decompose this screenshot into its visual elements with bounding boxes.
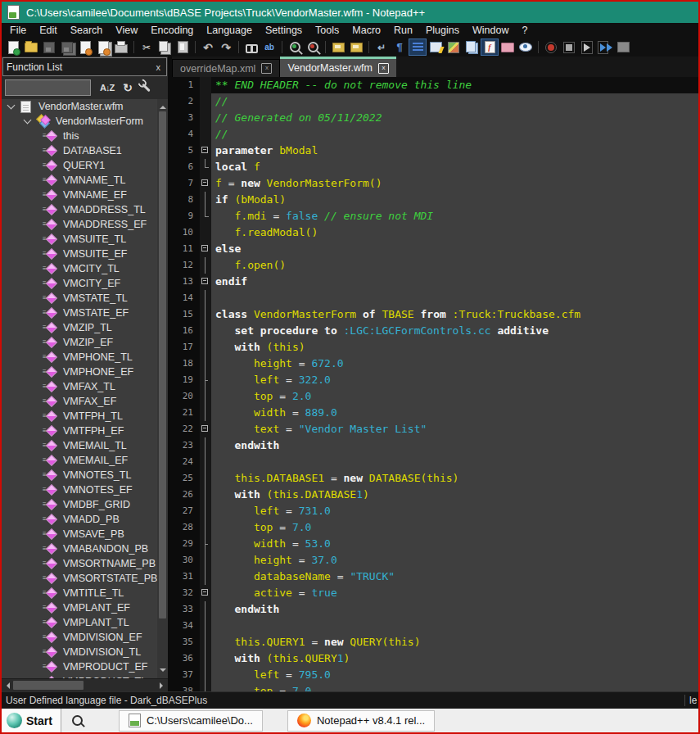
code-text[interactable]: height = 672.0 — [211, 356, 698, 372]
code-text[interactable]: top = 7.0 — [211, 519, 698, 536]
code-text[interactable]: active = true — [211, 585, 698, 601]
tree-item-VMPHONE_EF[interactable]: ≡VMPHONE_EF — [2, 365, 157, 379]
taskbar-item-2[interactable]: Notepad++ v8.4.1 rel... — [287, 710, 435, 732]
replace-icon[interactable]: ab — [261, 39, 278, 55]
scroll-down-icon[interactable] — [160, 668, 166, 675]
code-text[interactable]: this.QUERY1 = new QUERY(this) — [211, 634, 698, 650]
tree-item-VMZIP_TL[interactable]: ≡VMZIP_TL — [2, 320, 157, 335]
copy-icon[interactable] — [156, 39, 173, 55]
code-text[interactable]: endif — [211, 274, 698, 290]
tree-item-VMFAX_EF[interactable]: ≡VMFAX_EF — [2, 394, 157, 409]
code-text[interactable]: // — [211, 93, 698, 110]
tab-close-icon[interactable]: x — [261, 63, 272, 74]
code-text[interactable]: with (this) — [211, 339, 698, 356]
code-text[interactable]: left = 731.0 — [211, 503, 698, 519]
tree-item-VMDIVISION_TL[interactable]: ≡VMDIVISION_TL — [2, 645, 157, 659]
menu-item-view[interactable]: View — [109, 25, 144, 36]
fold-collapse-icon[interactable] — [200, 143, 211, 159]
code-text[interactable] — [211, 290, 698, 306]
code-text[interactable]: f.mdi = false // ensure not MDI — [211, 208, 698, 224]
tab-overrideMap.xml[interactable]: overrideMap.xmlx — [172, 59, 280, 77]
indent-guide-icon[interactable] — [409, 39, 426, 55]
menu-item-language[interactable]: Language — [200, 25, 259, 36]
menu-item-settings[interactable]: Settings — [259, 25, 309, 36]
user-defined-language-icon[interactable] — [427, 39, 444, 55]
stop-macro-icon[interactable] — [561, 39, 577, 55]
menu-item-run[interactable]: Run — [387, 25, 419, 36]
fold-collapse-icon[interactable] — [200, 274, 211, 290]
menu-item-plugins[interactable]: Plugins — [419, 25, 466, 36]
tree-item-VMADD_PB[interactable]: ≡VMADD_PB — [2, 512, 157, 527]
cut-icon[interactable]: ✂ — [138, 39, 155, 55]
horizontal-scroll-thumb[interactable] — [13, 681, 84, 690]
tree-item-VMPLANT_TL[interactable]: ≡VMPLANT_TL — [2, 615, 157, 630]
sync-vertical-icon[interactable] — [330, 39, 346, 55]
menu-item-window[interactable]: Window — [466, 25, 515, 36]
tree-item-VMCITY_EF[interactable]: ≡VMCITY_EF — [2, 276, 157, 291]
code-text[interactable]: class VendorMasterForm of TBASE from :Tr… — [211, 306, 698, 323]
tree-item-VMPHONE_TL[interactable]: ≡VMPHONE_TL — [2, 350, 157, 365]
code-text[interactable]: f.open() — [211, 257, 698, 274]
tree-vertical-scrollbar[interactable] — [157, 99, 168, 678]
tree-item-VMSORTSTATE_PB[interactable]: ≡VMSORTSTATE_PB — [2, 571, 157, 586]
sync-horizontal-icon[interactable] — [348, 39, 364, 55]
code-text[interactable]: local f — [211, 159, 698, 175]
document-map-icon[interactable] — [445, 39, 462, 55]
save-macro-icon[interactable] — [615, 39, 631, 55]
code-text[interactable]: text = "Vendor Master List" — [211, 421, 698, 437]
tree-item-VMSTATE_TL[interactable]: ≡VMSTATE_TL — [2, 291, 157, 306]
undo-icon[interactable]: ↶ — [200, 39, 216, 55]
find-icon[interactable] — [243, 39, 260, 55]
new-file-icon[interactable] — [5, 39, 21, 55]
tree-item-VMPRODUCT_EF[interactable]: ≡VMPRODUCT_EF — [2, 659, 157, 674]
tree-item-VMNAME_EF[interactable]: ≡VMNAME_EF — [2, 188, 157, 202]
fold-collapse-icon[interactable] — [200, 175, 211, 192]
code-text[interactable] — [211, 618, 698, 634]
tree-item-VMSUITE_TL[interactable]: ≡VMSUITE_TL — [2, 232, 157, 247]
save-icon[interactable] — [41, 39, 57, 55]
code-text[interactable]: databaseName = "TRUCK" — [211, 569, 698, 585]
code-text[interactable]: f.readModal() — [211, 224, 698, 241]
code-text[interactable]: else — [211, 241, 698, 257]
code-text[interactable]: parameter bModal — [211, 143, 698, 159]
tree-item-VMNOTES_EF[interactable]: ≡VMNOTES_EF — [2, 483, 157, 497]
run-macro-multiple-icon[interactable] — [597, 39, 613, 55]
zoom-in-icon[interactable] — [287, 39, 303, 55]
tree-item-VMNAME_TL[interactable]: ≡VMNAME_TL — [2, 173, 157, 188]
tree-item-VMTITLE_TL[interactable]: ≡VMTITLE_TL — [2, 586, 157, 600]
tree-item-VMPLANT_EF[interactable]: ≡VMPLANT_EF — [2, 600, 157, 615]
code-text[interactable]: // Generated on 05/11/2022 — [211, 110, 698, 126]
tree-horizontal-scrollbar[interactable] — [2, 678, 168, 691]
tree-item-VMSUITE_EF[interactable]: ≡VMSUITE_EF — [2, 247, 157, 261]
tree-item-VMCITY_TL[interactable]: ≡VMCITY_TL — [2, 261, 157, 276]
editor[interactable]: 1** END HEADER -- do not remove this lin… — [172, 77, 698, 691]
refresh-icon[interactable]: ↻ — [123, 81, 133, 94]
record-macro-icon[interactable] — [543, 39, 559, 55]
open-file-icon[interactable] — [23, 39, 39, 55]
menu-item-tools[interactable]: Tools — [309, 25, 345, 36]
folder-as-workspace-icon[interactable] — [499, 39, 516, 55]
code-text[interactable]: if (bModal) — [211, 192, 698, 208]
menu-item-macro[interactable]: Macro — [345, 25, 387, 36]
menu-item-edit[interactable]: Edit — [33, 25, 64, 36]
paste-icon[interactable] — [174, 39, 191, 55]
fold-collapse-icon[interactable] — [200, 241, 211, 257]
start-button[interactable]: Start — [2, 709, 61, 732]
code-text[interactable]: this.DATABASE1 = new DATABASE(this) — [211, 470, 698, 487]
tree-item-VMDBF_GRID[interactable]: ≡VMDBF_GRID — [2, 497, 157, 512]
code-text[interactable]: left = 322.0 — [211, 372, 698, 388]
fold-collapse-icon[interactable] — [200, 421, 211, 437]
menu-item-help[interactable]: ? — [515, 25, 534, 36]
taskbar-item-1[interactable]: C:\Users\camilee\Do... — [119, 710, 263, 732]
tree-item-VMSORTNAME_PB[interactable]: ≡VMSORTNAME_PB — [2, 556, 157, 571]
tree-item-VendorMaster.wfm[interactable]: VendorMaster.wfm — [2, 99, 157, 114]
print-icon[interactable] — [113, 39, 129, 55]
close-all-icon[interactable] — [95, 39, 111, 55]
tree-item-VMADDRESS_TL[interactable]: ≡VMADDRESS_TL — [2, 202, 157, 217]
code-text[interactable]: top = 2.0 — [211, 388, 698, 405]
tree-item-VMNOTES_TL[interactable]: ≡VMNOTES_TL — [2, 468, 157, 483]
tree-item-VMTFPH_EF[interactable]: ≡VMTFPH_EF — [2, 424, 157, 438]
function-list-icon[interactable]: f — [481, 39, 498, 55]
taskbar-search-button[interactable] — [61, 709, 94, 732]
word-wrap-icon[interactable]: ↵ — [373, 39, 390, 55]
